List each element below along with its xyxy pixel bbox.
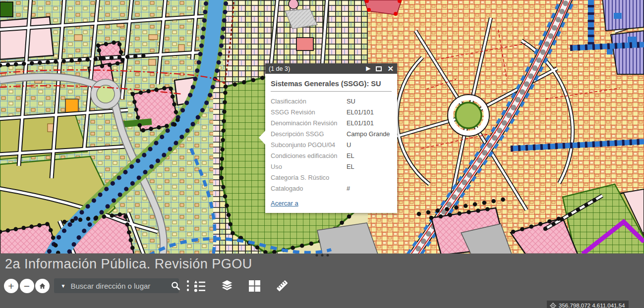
field-value: EL01/101 xyxy=(347,107,374,118)
field-value: SU xyxy=(347,96,355,107)
legend-button[interactable] xyxy=(192,279,206,293)
search-box: ▼ xyxy=(54,278,179,293)
crosshair-icon[interactable] xyxy=(550,303,556,308)
maximize-icon[interactable] xyxy=(376,66,382,71)
map-tools xyxy=(192,278,290,293)
attribute-row: Descripción SSGG Campo Grande xyxy=(271,129,392,140)
field-label: Uso xyxy=(271,161,347,172)
attribute-row: Clasificación SU xyxy=(271,96,392,107)
measure-button[interactable] xyxy=(275,278,290,293)
feature-popup: (1 de 3) ▶ ✕ Sistemas Generales (SSGG): … xyxy=(265,63,397,213)
field-value: U xyxy=(347,140,351,151)
field-label: Denominación Revisión xyxy=(271,118,347,129)
attribute-panel-handle[interactable] xyxy=(310,252,334,258)
field-value: EL01/101 xyxy=(347,118,374,129)
app-title: 2a Información Pública. Revisión PGOU xyxy=(5,257,252,272)
search-icon xyxy=(170,280,181,291)
field-value: EL xyxy=(347,151,354,161)
measure-ruler-icon xyxy=(275,278,290,293)
attribute-row: Uso EL xyxy=(271,161,392,172)
attribute-row: Denominación Revisión EL01/101 xyxy=(271,118,392,129)
popup-pagination: (1 de 3) xyxy=(269,65,290,72)
popup-anchor-pointer xyxy=(259,131,265,145)
field-value: Campo Grande xyxy=(347,129,390,140)
layers-button[interactable] xyxy=(220,278,234,293)
basemap-gallery-button[interactable] xyxy=(248,279,261,293)
attribute-row: Condiciones edificación EL xyxy=(271,151,392,161)
attribute-table: Clasificación SU SSGG Revisión EL01/101 … xyxy=(271,96,392,194)
attribute-row: Categoría S. Rústico xyxy=(271,172,392,183)
zoom-in-button[interactable]: + xyxy=(4,279,18,293)
coordinates-text: 356.798,072 4.611.041,54 xyxy=(559,303,625,308)
field-label: Subconjunto PGOU/04 xyxy=(271,140,347,151)
map-controls: + − ▼ xyxy=(4,278,191,293)
field-label: Condiciones edificación xyxy=(271,151,347,161)
bottom-bar: 2a Información Pública. Revisión PGOU + … xyxy=(0,254,644,308)
zoom-out-button[interactable]: − xyxy=(20,279,34,293)
overflow-menu-icon[interactable] xyxy=(185,278,191,293)
popup-header: (1 de 3) ▶ ✕ xyxy=(265,63,397,74)
field-label: Descripción SSGG xyxy=(271,129,347,140)
home-icon xyxy=(38,282,47,290)
app-window: (1 de 3) ▶ ✕ Sistemas Generales (SSGG): … xyxy=(0,0,644,308)
zoom-to-link[interactable]: Acercar a xyxy=(271,200,298,207)
popup-body: Sistemas Generales (SSGG): SU Clasificac… xyxy=(265,74,397,213)
field-label: SSGG Revisión xyxy=(271,107,347,118)
close-icon[interactable]: ✕ xyxy=(387,63,394,74)
search-input[interactable] xyxy=(70,282,169,290)
attribute-row: SSGG Revisión EL01/101 xyxy=(271,107,392,118)
field-label: Clasificación xyxy=(271,96,347,107)
search-button[interactable] xyxy=(169,280,182,291)
home-button[interactable] xyxy=(35,279,50,293)
popup-title: Sistemas Generales (SSGG): SU xyxy=(271,78,392,92)
attribute-row: Subconjunto PGOU/04 U xyxy=(271,140,392,151)
field-label: Catalogado xyxy=(271,183,347,194)
field-value: EL xyxy=(347,161,354,172)
legend-icon xyxy=(192,279,206,293)
search-source-dropdown-icon[interactable]: ▼ xyxy=(57,283,71,289)
attribute-row: Catalogado # xyxy=(271,183,392,194)
coordinates-readout: 356.798,072 4.611.041,54 xyxy=(547,301,629,308)
next-feature-icon[interactable]: ▶ xyxy=(366,63,370,74)
basemap-grid-icon xyxy=(248,279,261,293)
layers-icon xyxy=(220,278,234,293)
field-value: # xyxy=(347,183,350,194)
field-label: Categoría S. Rústico xyxy=(271,172,347,183)
